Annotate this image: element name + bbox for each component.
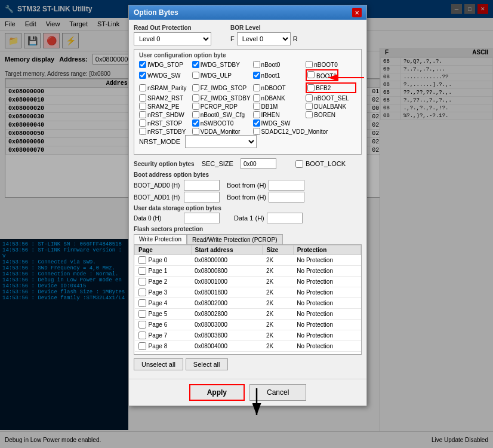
boot-add1-input[interactable]: [184, 192, 220, 202]
fz-iwdg-stop-checkbox[interactable]: [192, 84, 199, 91]
bor-level-select[interactable]: Level 0: [237, 32, 291, 45]
boot-add0-input[interactable]: [184, 180, 220, 191]
dialog-content: Read Out Protection Level 0 Level 1 BOR …: [129, 20, 366, 379]
dualbank-checkbox[interactable]: [306, 103, 313, 110]
user-data-label: User data storage option bytes: [134, 205, 221, 211]
boot-from-h-label-0: Boot from (H): [227, 182, 266, 189]
irhen-checkbox[interactable]: [253, 111, 260, 118]
apply-button[interactable]: Apply: [189, 384, 245, 401]
data1-label: Data 1 (H): [234, 214, 264, 222]
fz-iwdg-stdby-label: FZ_IWDG_STDBY: [201, 95, 251, 102]
readwrite-protection-tab[interactable]: Read/Write Protection (PCROP): [187, 234, 283, 244]
write-protection-tab[interactable]: Write Protection: [134, 234, 187, 244]
sram2-pe-checkbox[interactable]: [139, 103, 146, 110]
boot1-item: BOOT1: [306, 69, 356, 81]
iwdg-ulp-item: IWDG_ULP: [192, 69, 251, 81]
boot-from-h-input-1[interactable]: [269, 192, 304, 202]
iwdg-stop-checkbox[interactable]: [139, 61, 146, 68]
sdadc-monitor-item: SDADC12_VDD_Monitor: [253, 128, 356, 135]
nrst-mode-row: NRST_MODE: [139, 135, 356, 148]
data0-input[interactable]: [184, 213, 220, 223]
sram2-rst-checkbox[interactable]: [139, 94, 146, 102]
cell-page: Page 5: [135, 309, 192, 320]
cell-protection: No Protection: [293, 287, 360, 298]
boot1-checkbox[interactable]: [307, 71, 315, 78]
bor-level-group: BOR Level F Level 0 R: [230, 24, 298, 45]
data1-input[interactable]: [267, 213, 303, 223]
page-checkbox[interactable]: [138, 321, 146, 329]
ndboot-label: nDBOOT: [261, 85, 286, 91]
iwdg-ulp-checkbox[interactable]: [192, 72, 199, 79]
db1m-item: DB1M: [253, 103, 304, 110]
nboot0-upper-checkbox[interactable]: [306, 61, 313, 68]
vdda-monitor-item: VDDA_Monitor: [192, 128, 251, 135]
nswboot0-checkbox[interactable]: [192, 119, 199, 127]
page-checkbox[interactable]: [138, 267, 146, 275]
user-config-title: User configuration option byte: [139, 52, 356, 59]
dialog-close-button[interactable]: ✕: [352, 8, 362, 17]
iwdg-stdby-checkbox[interactable]: [192, 61, 199, 68]
nboot-sel-checkbox[interactable]: [306, 94, 313, 102]
nboot0-upper-label: nBOOT0: [314, 62, 337, 68]
table-row: Page 1 0x08000800 2K No Protection: [135, 266, 361, 277]
nbank-checkbox[interactable]: [253, 94, 260, 102]
pcrop-rdp-checkbox[interactable]: [192, 103, 199, 110]
nboot0-checkbox[interactable]: [253, 61, 260, 68]
user-config-section: User configuration option byte IWDG_STOP…: [134, 49, 362, 155]
boot-from-h-input-0[interactable]: [269, 180, 304, 191]
vdda-monitor-checkbox[interactable]: [192, 128, 199, 135]
sram2-rst-item: SRAM2_RST: [139, 94, 190, 102]
sdadc-monitor-checkbox[interactable]: [253, 128, 260, 135]
nbank-item: nDBANK: [253, 94, 304, 102]
page-checkbox[interactable]: [138, 299, 146, 307]
sec-size-input[interactable]: [241, 158, 276, 169]
iwdg-sw-inline-checkbox[interactable]: [253, 119, 260, 127]
fz-iwdg-stdby-checkbox[interactable]: [192, 94, 199, 102]
boot-lock-group: BOOT_LOCK: [295, 160, 346, 168]
write-protection-table-container: Page Start address Size Protection Page …: [134, 244, 362, 355]
nboot1-checkbox[interactable]: [253, 72, 260, 79]
iwdg-stop-label: IWDG_STOP: [147, 62, 183, 68]
unselect-all-button[interactable]: Unselect all: [134, 358, 183, 370]
nrst-stdby-checkbox[interactable]: [139, 128, 146, 135]
cell-protection: No Protection: [293, 341, 360, 352]
cancel-button[interactable]: Cancel: [249, 384, 306, 401]
cell-page: Page 2: [135, 277, 192, 287]
sec-size-label: SEC_SIZE: [202, 160, 233, 167]
boren-checkbox[interactable]: [306, 111, 313, 118]
nboot1-item: nBoot1: [253, 69, 304, 81]
page-checkbox[interactable]: [138, 289, 146, 296]
nrst-stop-checkbox[interactable]: [139, 119, 146, 127]
empty-cell: [306, 119, 356, 127]
db1m-checkbox[interactable]: [253, 103, 260, 110]
page-checkbox[interactable]: [138, 278, 146, 286]
page-checkbox[interactable]: [138, 332, 146, 339]
boot-lock-label: BOOT_LOCK: [306, 160, 346, 167]
cell-start: 0x08002800: [191, 309, 263, 320]
nbank-label: nDBANK: [261, 95, 285, 102]
sram2-pe-item: SRAM2_PE: [139, 103, 190, 110]
pcrop-rdp-label: PCROP_RDP: [201, 103, 238, 110]
cell-start: 0x08003800: [191, 330, 263, 341]
page-checkbox[interactable]: [138, 256, 146, 264]
page-checkbox[interactable]: [138, 342, 146, 350]
nrst-mode-select[interactable]: [185, 135, 257, 148]
nboot0-sw-cfg-item: nBoot0_SW_Cfg: [192, 111, 251, 118]
dialog-titlebar: Option Bytes ✕: [129, 5, 366, 20]
nrst-shdw-checkbox[interactable]: [139, 111, 146, 118]
nboot0-sw-cfg-checkbox[interactable]: [192, 111, 199, 118]
bfb2-checkbox[interactable]: [307, 84, 315, 91]
table-row: Page 4 0x08002000 2K No Protection: [135, 298, 361, 309]
bor-f-label: F: [230, 35, 235, 42]
read-out-protection-select[interactable]: Level 0 Level 1: [134, 32, 211, 45]
nsram-parity-checkbox[interactable]: [139, 84, 146, 91]
bfb2-label: BFB2: [316, 85, 331, 91]
cell-protection: No Protection: [293, 330, 360, 341]
select-all-button[interactable]: Select all: [186, 358, 228, 370]
col-start-header: Start address: [191, 246, 263, 255]
ndboot-checkbox[interactable]: [253, 84, 260, 91]
boot-add-label: Boot address option bytes: [134, 171, 362, 178]
wwdg-sw-checkbox[interactable]: [139, 72, 146, 79]
boot-lock-checkbox[interactable]: [295, 160, 303, 168]
page-checkbox[interactable]: [138, 310, 146, 318]
